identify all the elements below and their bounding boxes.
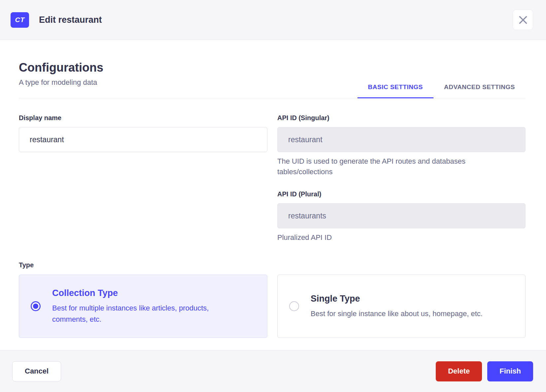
type-label: Type — [19, 261, 526, 269]
single-type-title: Single Type — [311, 293, 483, 304]
tab-advanced-settings[interactable]: ADVANCED SETTINGS — [433, 83, 526, 98]
page-title: Configurations — [19, 60, 103, 75]
display-name-label: Display name — [19, 114, 267, 122]
cancel-button[interactable]: Cancel — [12, 361, 61, 381]
modal-body: Configurations A type for modeling data … — [0, 40, 546, 350]
api-id-singular-hint: The UID is used to generate the API rout… — [277, 156, 495, 177]
settings-form: Display name API ID (Singular) The UID i… — [19, 114, 526, 250]
api-id-column: API ID (Singular) The UID is used to gen… — [277, 114, 526, 250]
type-cards: Collection Type Best for multiple instan… — [19, 275, 526, 338]
single-type-card[interactable]: Single Type Best for single instance lik… — [277, 275, 526, 338]
collection-type-title: Collection Type — [52, 288, 237, 298]
single-type-radio[interactable] — [289, 301, 299, 311]
single-type-radio-cell — [278, 301, 311, 311]
settings-tabs: BASIC SETTINGS ADVANCED SETTINGS — [358, 83, 526, 98]
display-name-input[interactable] — [19, 127, 267, 152]
api-id-plural-hint: Pluralized API ID — [277, 232, 495, 243]
single-type-description: Best for single instance like about us, … — [311, 308, 483, 319]
section-header: Configurations A type for modeling data … — [19, 60, 526, 98]
modal-header: CT Edit restaurant — [0, 0, 546, 40]
collection-type-description: Best for multiple instances like article… — [52, 303, 237, 325]
api-id-singular-field: API ID (Singular) The UID is used to gen… — [277, 114, 526, 177]
page-subtitle: A type for modeling data — [19, 78, 103, 98]
api-id-singular-input — [277, 127, 526, 152]
tab-basic-settings[interactable]: BASIC SETTINGS — [358, 83, 433, 98]
single-type-text: Single Type Best for single instance lik… — [311, 293, 491, 319]
content-type-badge: CT — [11, 12, 29, 28]
modal-footer: Cancel Delete Finish — [0, 350, 546, 392]
finish-button[interactable]: Finish — [487, 361, 533, 381]
section-titles: Configurations A type for modeling data — [19, 60, 103, 98]
edit-content-type-modal: CT Edit restaurant Configurations A type… — [0, 0, 546, 392]
api-id-plural-field: API ID (Plural) Pluralized API ID — [277, 190, 526, 243]
collection-type-radio[interactable] — [31, 301, 41, 311]
api-id-plural-label: API ID (Plural) — [277, 190, 526, 198]
close-icon — [519, 16, 528, 24]
type-section: Type Collection Type Best for multiple i… — [19, 261, 526, 338]
collection-type-card[interactable]: Collection Type Best for multiple instan… — [19, 275, 267, 338]
close-button[interactable] — [513, 10, 533, 30]
collection-type-radio-cell — [19, 301, 52, 311]
api-id-plural-input — [277, 203, 526, 228]
modal-title: Edit restaurant — [39, 15, 102, 25]
collection-type-text: Collection Type Best for multiple instan… — [52, 288, 245, 325]
display-name-field: Display name — [19, 114, 267, 250]
api-id-singular-label: API ID (Singular) — [277, 114, 526, 122]
delete-button[interactable]: Delete — [436, 361, 482, 381]
